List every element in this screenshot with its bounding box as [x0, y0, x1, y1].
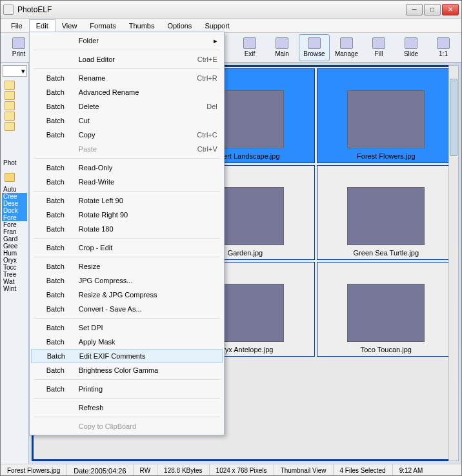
edit-menu-item[interactable]: BatchRotate 180	[31, 222, 223, 236]
1:1-icon	[437, 37, 450, 49]
folder-icon[interactable]	[5, 81, 15, 90]
browse-icon	[308, 37, 321, 49]
drive-dropdown[interactable]: ▾	[3, 65, 27, 77]
thumbnail-image	[347, 284, 425, 342]
file-list-item[interactable]: Hum	[2, 250, 27, 257]
toolbar-browse[interactable]: Browse	[299, 34, 330, 61]
menubar: FileEditViewFormatsThumbsOptionsSupport	[1, 19, 461, 33]
file-list-item[interactable]: Dock	[2, 207, 27, 214]
file-list-item[interactable]: Tocc	[2, 264, 27, 271]
file-list-item[interactable]: Dese	[2, 200, 27, 207]
edit-menu-item[interactable]: BatchRotate Left 90	[31, 193, 223, 208]
folder-icon[interactable]	[5, 112, 15, 121]
edit-menu-item[interactable]: Refresh	[31, 401, 223, 415]
edit-menu-item[interactable]: BatchAdvanced Rename	[31, 85, 223, 99]
status-date: Date: 2005:04:26	[67, 464, 133, 476]
menu-view[interactable]: View	[55, 20, 84, 32]
toolbar-1:1[interactable]: 1:1	[428, 34, 459, 61]
thumbnail-caption: Green Sea Turtle.jpg	[354, 249, 419, 257]
side-tab-label[interactable]: Phot	[2, 159, 27, 166]
thumbnail-caption: Oryx Antelope.jpg	[217, 346, 274, 353]
menu-edit[interactable]: Edit	[29, 19, 55, 32]
toolbar-main[interactable]: Main	[266, 34, 297, 61]
edit-menu-item[interactable]: BatchDeleteDel	[31, 99, 223, 114]
toolbar-manage[interactable]: Manage	[331, 34, 362, 61]
thumbnail-cell[interactable]: Toco Toucan.jpg	[317, 262, 456, 357]
file-list-item[interactable]: Fore	[2, 214, 27, 221]
edit-menu: Folder▸Load EditorCtrl+EBatchRenameCtrl+…	[29, 32, 225, 435]
file-list-item[interactable]: Fran	[2, 228, 27, 235]
file-list-item[interactable]: Cree	[2, 193, 27, 200]
menu-support[interactable]: Support	[198, 20, 236, 32]
titlebar: PhotoELF ─ □ ✕	[1, 1, 461, 19]
folder-icon[interactable]	[5, 91, 15, 100]
edit-menu-item[interactable]: BatchRenameCtrl+R	[31, 71, 223, 85]
edit-menu-item[interactable]: BatchCrop - Edit	[31, 241, 223, 255]
status-rw: RW	[134, 464, 157, 476]
thumbnail-cell[interactable]: Forest Flowers.jpg	[317, 68, 456, 163]
app-title: PhotoELF	[17, 5, 406, 14]
edit-menu-item[interactable]: BatchApply Mask	[31, 335, 223, 349]
file-list-item[interactable]: Fore	[2, 221, 27, 228]
folder-icon[interactable]	[5, 122, 15, 131]
edit-menu-item[interactable]: BatchRead-Write	[31, 175, 223, 189]
edit-menu-item[interactable]: BatchEdit EXIF Comments	[31, 349, 223, 363]
edit-menu-item[interactable]: BatchSet DPI	[31, 321, 223, 335]
status-filename: Forest Flowers.jpg	[1, 464, 67, 476]
edit-menu-item[interactable]: BatchResize	[31, 259, 223, 273]
edit-menu-item[interactable]: BatchRotate Right 90	[31, 208, 223, 222]
thumbnail-caption: Garden.jpg	[228, 249, 263, 257]
edit-menu-item[interactable]: BatchRead-Only	[31, 161, 223, 175]
edit-menu-item[interactable]: BatchResize & JPG Compress	[31, 288, 223, 302]
menu-options[interactable]: Options	[161, 20, 198, 32]
status-view: Thumbnail View	[274, 464, 334, 476]
maximize-button[interactable]: □	[424, 4, 441, 15]
file-list-item[interactable]: Tree	[2, 271, 27, 278]
edit-menu-item[interactable]: BatchPrinting	[31, 382, 223, 396]
thumbnail-caption: Toco Toucan.jpg	[361, 346, 412, 353]
manage-icon	[340, 37, 353, 49]
main-icon	[276, 37, 288, 49]
thumbnail-image	[347, 90, 425, 148]
camera-icon[interactable]	[5, 173, 15, 182]
file-list-item[interactable]: Oryx	[2, 257, 27, 264]
edit-menu-item[interactable]: BatchConvert - Save As...	[31, 302, 223, 316]
file-list-item[interactable]: Autu	[2, 186, 27, 193]
thumbnail-caption: Forest Flowers.jpg	[357, 152, 415, 160]
status-selected: 4 Files Selected	[334, 464, 393, 476]
status-time: 9:12 AM	[393, 464, 430, 476]
fill-icon	[372, 37, 385, 49]
edit-menu-item[interactable]: BatchCopyCtrl+C	[31, 128, 223, 142]
menu-formats[interactable]: Formats	[83, 20, 122, 32]
edit-menu-item[interactable]: Load EditorCtrl+E	[31, 52, 223, 66]
file-list-item[interactable]: Gree	[2, 243, 27, 250]
menu-thumbs[interactable]: Thumbs	[123, 20, 161, 32]
edit-menu-item: PasteCtrl+V	[31, 142, 223, 156]
minimize-button[interactable]: ─	[406, 4, 423, 15]
printer-icon	[12, 37, 25, 49]
app-icon	[3, 5, 14, 15]
scrollbar-thumb[interactable]	[450, 79, 457, 156]
file-list-item[interactable]: Wat	[2, 278, 27, 285]
edit-menu-item[interactable]: BatchCut	[31, 114, 223, 128]
file-list-item[interactable]: Gard	[2, 235, 27, 243]
vertical-scrollbar[interactable]	[448, 65, 459, 461]
file-list-item[interactable]: Wint	[2, 285, 27, 292]
statusbar: Forest Flowers.jpg Date: 2005:04:26 RW 1…	[1, 464, 461, 476]
slide-icon	[405, 37, 417, 49]
toolbar-slide[interactable]: Slide	[396, 34, 427, 61]
thumbnail-cell[interactable]: Green Sea Turtle.jpg	[317, 165, 456, 260]
menu-file[interactable]: File	[5, 20, 29, 32]
edit-menu-item[interactable]: Folder▸	[31, 34, 223, 48]
exif-icon	[243, 37, 256, 49]
close-button[interactable]: ✕	[442, 4, 459, 15]
edit-menu-item: Copy to ClipBoard	[31, 419, 223, 433]
thumbnail-image	[347, 187, 425, 245]
toolbar-exif[interactable]: Exif	[234, 34, 265, 61]
edit-menu-item[interactable]: BatchBrightness Color Gamma	[31, 363, 223, 377]
toolbar-fill[interactable]: Fill	[363, 34, 394, 61]
submenu-arrow-icon: ▸	[214, 37, 217, 45]
edit-menu-item[interactable]: BatchJPG Compress...	[31, 273, 223, 288]
status-size: 128.8 KBytes	[157, 464, 209, 476]
folder-icon[interactable]	[5, 101, 15, 110]
